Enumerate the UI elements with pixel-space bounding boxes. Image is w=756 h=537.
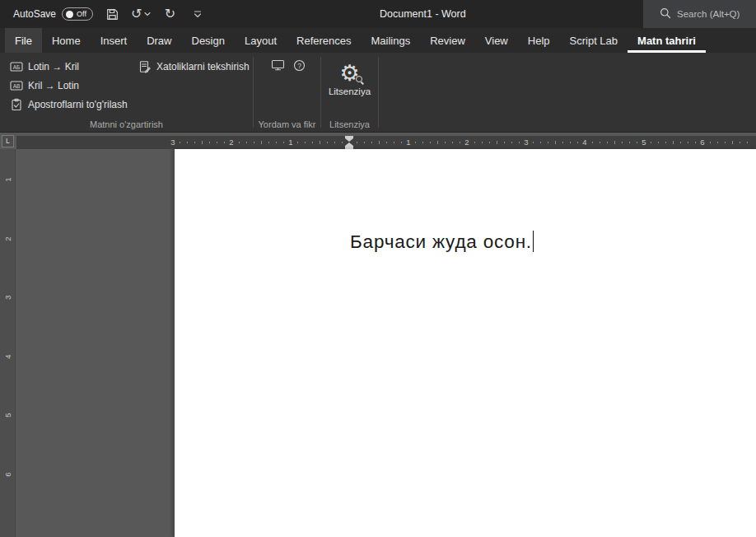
ruler-tick <box>548 142 548 143</box>
ruler-tick <box>622 142 623 143</box>
tab-insert[interactable]: Insert <box>91 28 138 53</box>
ruler-tick <box>688 142 688 143</box>
ruler-number: 5 <box>642 136 646 149</box>
ruler-tick <box>261 141 262 144</box>
ruler-tick <box>422 142 423 143</box>
ruler-tick <box>607 142 608 143</box>
undo-icon: ↺ <box>131 7 142 21</box>
document-text[interactable]: Барчаси жуда осон. <box>350 231 534 253</box>
feedback-button[interactable] <box>268 58 287 76</box>
autosave-control: AutoSave Off <box>13 7 93 21</box>
redo-button[interactable]: ↻ <box>161 3 179 25</box>
ruler-tick <box>379 141 380 144</box>
litsenziya-button[interactable]: ⚙ Litsenziya <box>324 56 376 114</box>
save-button[interactable] <box>103 3 121 25</box>
tab-help[interactable]: Help <box>518 28 560 53</box>
customize-toolbar-button[interactable] <box>189 3 207 25</box>
tab-draw[interactable]: Draw <box>137 28 181 53</box>
feedback-monitor-icon <box>271 58 285 75</box>
ruler-tick <box>637 142 637 143</box>
xatoliklarni-tekshirish-label: Xatoliklarni tekshirish <box>156 61 250 72</box>
autosave-toggle[interactable]: Off <box>62 7 93 21</box>
search-box[interactable]: Search (Alt+Q) <box>643 0 756 28</box>
ruler-tick <box>747 142 748 143</box>
tab-review[interactable]: Review <box>420 28 475 53</box>
tab-matn-tahriri[interactable]: Matn tahriri <box>628 28 706 53</box>
ruler-tick <box>246 142 247 143</box>
ruler-tick <box>254 142 254 143</box>
search-icon <box>660 7 671 21</box>
group-label-litsenziya: Litsenziya <box>321 119 378 129</box>
ruler-tick <box>592 142 593 143</box>
chevron-down-icon <box>194 11 202 18</box>
ruler-tick <box>297 142 298 143</box>
ribbon-tabs: FileHomeInsertDrawDesignLayoutReferences… <box>0 28 756 53</box>
document-page[interactable]: Барчаси жуда осон. <box>175 149 756 537</box>
tab-design[interactable]: Design <box>182 28 235 53</box>
title-bar: AutoSave Off ↺ ↻ <box>0 0 756 28</box>
ribbon: АБ Lotin → Kril AB Kril → Lotin <box>0 53 756 133</box>
tab-layout[interactable]: Layout <box>235 28 287 53</box>
litsenziya-button-label: Litsenziya <box>329 86 371 96</box>
ruler-tick <box>305 142 306 143</box>
autosave-toggle-knob <box>66 11 73 18</box>
save-icon <box>105 7 119 21</box>
ruler-tick <box>614 141 615 144</box>
lotin-kril-label: Lotin → Kril <box>28 61 79 72</box>
ruler-tick <box>386 142 387 143</box>
tab-selector[interactable]: L <box>2 135 14 147</box>
horizontal-ruler[interactable]: 321123456 <box>16 136 756 149</box>
spellcheck-icon <box>138 60 152 73</box>
ruler-number: 6 <box>700 136 704 149</box>
tab-file[interactable]: File <box>5 28 42 53</box>
ruler-tick <box>665 142 666 143</box>
tab-mailings[interactable]: Mailings <box>362 28 421 53</box>
undo-dropdown-icon[interactable] <box>144 12 151 16</box>
tab-home[interactable]: Home <box>42 28 91 53</box>
tab-references[interactable]: References <box>287 28 361 53</box>
apostrof-button[interactable]: Apostroflarni to'g'rilash <box>5 96 133 114</box>
ruler-tick <box>710 142 711 143</box>
ruler-number: 1 <box>2 172 15 188</box>
ruler-tick <box>474 142 475 143</box>
clipboard-check-icon <box>10 98 23 111</box>
ruler-tick <box>430 142 431 143</box>
latin-to-cyrillic-icon: АБ <box>10 60 23 73</box>
ruler-tick <box>717 142 718 143</box>
ruler-tick <box>658 142 659 143</box>
ruler-tick <box>239 142 240 143</box>
license-gear-icon: ⚙ <box>339 56 359 84</box>
tab-script-lab[interactable]: Script Lab <box>560 28 628 53</box>
undo-button[interactable]: ↺ <box>131 3 151 25</box>
cyrillic-to-latin-icon: AB <box>10 79 23 92</box>
ruler-tick <box>202 141 203 144</box>
ruler-tick <box>577 142 578 143</box>
svg-text:AB: AB <box>13 83 21 89</box>
ruler-tick <box>327 142 328 143</box>
ruler-tick <box>445 142 446 143</box>
ruler-tick <box>224 142 225 143</box>
ruler-tick <box>651 142 651 143</box>
group-label-matnni-ozgartirish: Matnni o'zgartirish <box>0 119 253 129</box>
ribbon-group-matnni-ozgartirish: АБ Lotin → Kril AB Kril → Lotin <box>0 53 253 132</box>
lotin-kril-button[interactable]: АБ Lotin → Kril <box>5 58 84 76</box>
ruler-tick <box>673 141 674 144</box>
group-label-yordam-va-fikr: Yordam va fikr <box>254 119 320 129</box>
kril-lotin-button[interactable]: AB Kril → Lotin <box>5 77 84 95</box>
xatoliklarni-tekshirish-button[interactable]: Xatoliklarni tekshirish <box>133 58 254 76</box>
ruler-tick <box>519 142 520 143</box>
ruler-number: 6 <box>2 467 15 483</box>
svg-text:?: ? <box>297 61 301 69</box>
help-button[interactable]: ? <box>290 58 308 76</box>
ruler-tick <box>695 142 696 143</box>
ruler-tick <box>357 142 357 143</box>
ruler-tick <box>217 142 217 143</box>
tab-view[interactable]: View <box>475 28 518 53</box>
ruler-tick <box>187 142 188 143</box>
ruler-number: 3 <box>524 136 528 149</box>
ruler-tick <box>401 142 402 143</box>
ruler-tick <box>555 141 556 144</box>
ruler-tick <box>725 142 726 143</box>
ribbon-group-yordam-va-fikr: ? Yordam va fikr <box>254 53 320 132</box>
ruler-tick <box>540 142 541 143</box>
